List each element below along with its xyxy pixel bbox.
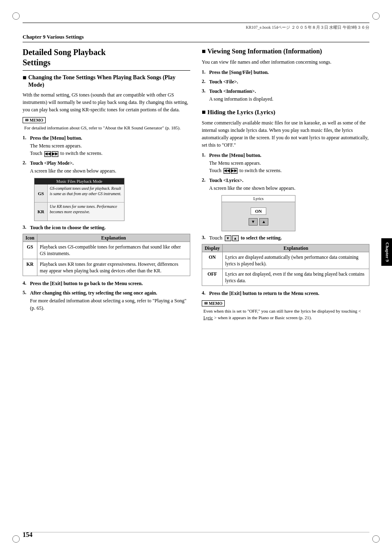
left-section-title-text: Changing the Tone Settings When Playing … — [28, 74, 190, 89]
corner-mark-bl — [12, 535, 20, 543]
right-step-2-1: 1. Press the [Menu] button. The Menu scr… — [202, 152, 369, 174]
memo-text: For detailed information about GS, refer… — [24, 125, 190, 131]
disp-table-row-off: OFF Lyrics are not displayed, even if th… — [202, 269, 369, 286]
select-arrows: ▼ ▲ — [225, 235, 239, 241]
header-meta: KR107_e.book 154ページ ２００５年８月３日 水曜日 午前9時３６… — [23, 25, 369, 30]
right-section2-title: ■ Hiding the Lyrics (Lyrics) — [202, 108, 369, 117]
table-kr-explanation: Playback uses KR tones for greater expre… — [37, 259, 190, 276]
right-bullet1-icon: ■ — [202, 47, 206, 56]
step-1-body: The Menu screen appears. Touch ◀◀ ▶▶ to … — [30, 142, 190, 157]
step-4-label: Press the [Exit] button to go back to th… — [30, 281, 143, 286]
right-memo-label: ✉ MEMO — [202, 300, 225, 306]
right-step-2-1-label: Press the [Menu] button. — [209, 152, 261, 158]
right-step-1-1-num: 1. — [202, 69, 205, 75]
right-step-2-4-label: Press the [Exit] button to return to the… — [209, 290, 319, 296]
lyrics-nav-btns: ▼ ▲ — [249, 218, 268, 226]
right-step-2-2-label: Touch <Lyrics>. — [209, 177, 243, 183]
step-1: 1. Press the [Menu] button. The Menu scr… — [23, 135, 190, 157]
playback-mode-screen: Music Files Playback Mode GS GS-complian… — [34, 178, 125, 221]
screen-row-kr: KR Use KR tones for some tones. Performa… — [35, 203, 124, 221]
right-rewind-btn[interactable]: ◀◀ — [224, 168, 230, 174]
step-3: 3. Touch the icon to choose the setting. — [23, 224, 190, 231]
right-touch-label: Touch — [209, 168, 223, 173]
memo-label: ✉ MEMO — [23, 117, 46, 123]
right-forward-btn[interactable]: ▶▶ — [231, 168, 238, 174]
right-step-2-4: 4. Press the [Exit] button to return to … — [202, 290, 369, 297]
right-step-1-3-num: 3. — [202, 88, 205, 94]
lyrics-next-btn[interactable]: ▲ — [259, 218, 268, 226]
right-column: ■ Viewing Song Information (Information)… — [202, 47, 369, 325]
right-step-1-1: 1. Press the [Song/File] button. — [202, 69, 369, 76]
right-step-1-3: 3. Touch <Information>. A song informati… — [202, 88, 369, 103]
right-memo-icon: ✉ — [204, 301, 208, 306]
select-down-btn[interactable]: ▼ — [225, 235, 231, 241]
right-step-2-1-num: 1. — [202, 152, 205, 158]
table-kr-icon: KR — [23, 259, 37, 276]
right-section1-title: ■ Viewing Song Information (Information) — [202, 47, 369, 56]
screen-row-gs: GS GS-compliant tones used for playback.… — [35, 184, 124, 203]
disp-off-value: OFF — [202, 269, 223, 286]
right-bullet2-icon: ■ — [202, 108, 206, 117]
step-3-label: Touch the icon to choose the setting. — [30, 225, 106, 230]
right-switch-label: to switch the screens. — [240, 168, 282, 173]
right-step-2-3-touch-label: Touch — [209, 235, 224, 241]
disp-on-explanation: Lyrics are displayed automatically (when… — [223, 252, 369, 269]
right-step-1-2-label: Touch <File>. — [209, 79, 238, 85]
step-4-num: 4. — [23, 280, 26, 286]
right-step-1-2: 2. Touch <File>. — [202, 78, 369, 85]
right-arrows: ◀◀ ▶▶ — [224, 168, 238, 174]
table-gs-icon: GS — [23, 242, 37, 259]
right-section1-intro: You can view file names and other inform… — [202, 58, 369, 66]
kr-text: Use KR tones for some tones. Performance… — [48, 203, 124, 221]
forward-btn[interactable]: ▶▶ — [52, 151, 58, 157]
title-divider — [23, 70, 190, 71]
header-bar: KR107_e.book 154ページ ２００５年８月３日 水曜日 午前9時３６… — [23, 23, 369, 30]
corner-mark-tr — [372, 12, 380, 20]
right-section2-title-text: Hiding the Lyrics (Lyrics) — [208, 108, 275, 117]
step-2: 2. Touch <Play Mode>. A screen like the … — [23, 160, 190, 221]
right-step-2-3-label: to select the setting. — [241, 235, 282, 241]
rewind-btn[interactable]: ◀◀ — [44, 151, 51, 157]
right-section2-intro: Some commercially available music files … — [202, 119, 369, 149]
content-area: Detailed Song Playback Settings ■ Changi… — [23, 47, 369, 325]
right-memo-box: ✉ MEMO Even when this is set to "OFF," y… — [202, 300, 369, 321]
right-step-1-1-label: Press the [Song/File] button. — [209, 69, 269, 75]
left-column: Detailed Song Playback Settings ■ Changi… — [23, 47, 190, 325]
lyrics-screen-body: ON ▼ ▲ — [222, 202, 295, 231]
lyrics-display-table: Display Explanation ON Lyrics are displa… — [202, 244, 369, 286]
memo-box: ✉ MEMO For detailed information about GS… — [23, 117, 190, 131]
lyrics-prev-btn[interactable]: ▼ — [249, 218, 258, 226]
step-4: 4. Press the [Exit] button to go back to… — [23, 280, 190, 287]
table-gs-explanation: Playback uses GS-compatible tones for pe… — [37, 242, 190, 259]
table-header-explanation: Explanation — [37, 234, 190, 242]
left-arrows: ◀◀ ▶▶ — [44, 151, 58, 157]
table-header-icon: Icon — [23, 234, 37, 242]
step-5-label: After changing this setting, try selecti… — [30, 290, 157, 296]
right-section1-title-text: Viewing Song Information (Information) — [208, 47, 322, 56]
step-1-label: Press the [Menu] button. — [30, 135, 82, 141]
left-intro-text: With the normal setting, GS tones (sound… — [23, 91, 190, 113]
lyric-underline: Lyric — [203, 315, 213, 320]
right-step-2-2-body: A screen like the one shown below appear… — [209, 184, 369, 192]
select-up-btn[interactable]: ▲ — [232, 235, 239, 241]
gs-icon: GS — [35, 184, 48, 202]
step-2-body: A screen like the one shown below appear… — [30, 167, 190, 175]
switch-screens-label: to switch the screens. — [60, 150, 103, 156]
right-step-2-3: 3. Touch ▼ ▲ to select the setting. — [202, 235, 369, 241]
disp-table-row-on: ON Lyrics are displayed automatically (w… — [202, 252, 369, 269]
lyrics-screen: Lyrics ON ▼ ▲ — [221, 195, 295, 231]
gs-text: GS-compliant tones used for playback. Re… — [48, 184, 124, 202]
step-2-num: 2. — [23, 160, 26, 166]
disp-table-header-display: Display — [202, 244, 223, 252]
right-step-2-4-num: 4. — [202, 290, 205, 296]
left-section-title: ■ Changing the Tone Settings When Playin… — [23, 74, 190, 89]
step-5-num: 5. — [23, 290, 26, 296]
right-step-2-3-num: 3. — [202, 235, 205, 241]
memo-icon: ✉ — [25, 118, 28, 122]
table-row-kr: KR Playback uses KR tones for greater ex… — [23, 259, 190, 276]
step-5: 5. After changing this setting, try sele… — [23, 290, 190, 312]
page-title-line1: Detailed Song Playback — [23, 47, 190, 58]
icon-explanation-table: Icon Explanation GS Playback uses GS-com… — [23, 234, 190, 276]
disp-on-value: ON — [202, 252, 223, 269]
disp-table-header-explanation: Explanation — [223, 244, 369, 252]
